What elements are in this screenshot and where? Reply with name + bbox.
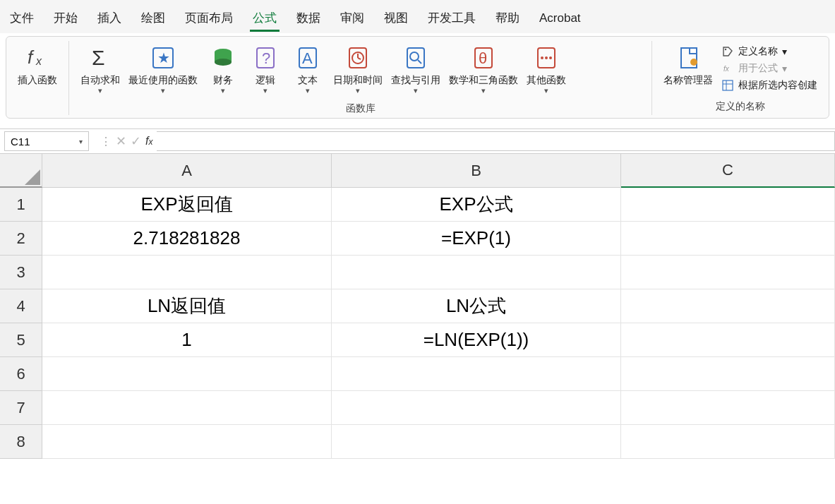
menu-view[interactable]: 视图	[374, 6, 418, 30]
cell-B5[interactable]: =LN(EXP(1))	[332, 323, 621, 357]
lookup-label: 查找与引用	[391, 73, 440, 86]
svg-line-15	[358, 58, 361, 59]
autosum-button[interactable]: Σ 自动求和 ▾	[76, 42, 124, 97]
svg-text:?: ?	[262, 49, 270, 67]
cell-A6[interactable]	[42, 357, 332, 391]
svg-text:x: x	[35, 55, 42, 67]
row-header[interactable]: 6	[0, 357, 42, 391]
cell-A7[interactable]	[42, 391, 332, 425]
cell-A5[interactable]: 1	[42, 323, 332, 357]
svg-text:f: f	[28, 47, 35, 68]
fx-small-icon: fx	[721, 62, 734, 75]
cell-C4[interactable]	[621, 289, 835, 323]
cell-C6[interactable]	[621, 357, 835, 391]
row-header[interactable]: 5	[0, 323, 42, 357]
logical-button[interactable]: ? 逻辑 ▾	[244, 42, 287, 97]
cell-C5[interactable]	[621, 323, 835, 357]
menu-review[interactable]: 审阅	[330, 6, 374, 30]
svg-point-26	[690, 59, 697, 66]
insert-function-label: 插入函数	[18, 73, 57, 86]
insert-function-button[interactable]: fx 插入函数	[13, 42, 61, 88]
ribbon: fx 插入函数 Σ 自动求和 ▾ ★ 最近使用的函数 ▾ 财务	[6, 36, 829, 119]
ribbon-group-label-definednames: 定义的名称	[716, 100, 765, 113]
menu-home[interactable]: 开始	[44, 6, 88, 30]
cell-A4[interactable]: LN返回值	[42, 289, 332, 323]
cell-B6[interactable]	[332, 357, 621, 391]
row-header[interactable]: 4	[0, 289, 42, 323]
select-all-corner[interactable]	[0, 154, 42, 188]
row-header[interactable]: 1	[0, 188, 42, 222]
cell-C3[interactable]	[621, 256, 835, 289]
col-header-B[interactable]: B	[332, 154, 621, 188]
text-button[interactable]: A 文本 ▾	[287, 42, 329, 97]
menu-help[interactable]: 帮助	[486, 6, 529, 30]
cell-C8[interactable]	[621, 425, 835, 459]
cell-B1[interactable]: EXP公式	[332, 188, 621, 222]
menu-file[interactable]: 文件	[0, 6, 44, 30]
cell-B4[interactable]: LN公式	[332, 289, 621, 323]
menu-acrobat[interactable]: Acrobat	[529, 7, 591, 30]
formula-input[interactable]	[157, 131, 835, 151]
svg-text:fx: fx	[723, 65, 730, 73]
cell-C1[interactable]	[621, 188, 835, 222]
cell-B7[interactable]	[332, 391, 621, 425]
svg-rect-25	[690, 48, 697, 54]
ribbon-group-definednames: 名称管理器 定义名称 ▾ fx 用于公式 ▾ 根据所选内容	[652, 41, 829, 115]
menu-pagelayout[interactable]: 页面布局	[175, 6, 243, 30]
col-header-A[interactable]: A	[42, 154, 332, 188]
cell-C2[interactable]	[621, 222, 835, 256]
cell-A1[interactable]: EXP返回值	[42, 188, 332, 222]
chevron-down-icon: ▾	[356, 86, 360, 95]
lookup-button[interactable]: 查找与引用 ▾	[387, 42, 445, 97]
menu-insert[interactable]: 插入	[88, 6, 131, 30]
name-box[interactable]: C11 ▾	[4, 131, 89, 151]
cell-C7[interactable]	[621, 391, 835, 425]
theta-icon: θ	[469, 44, 498, 72]
chevron-down-icon: ▾	[79, 138, 83, 145]
cell-A3[interactable]	[42, 256, 332, 289]
recent-button[interactable]: ★ 最近使用的函数 ▾	[124, 42, 202, 97]
defined-names-list: 定义名称 ▾ fx 用于公式 ▾ 根据所选内容创建	[717, 42, 822, 95]
row-header[interactable]: 3	[0, 256, 42, 289]
row-header[interactable]: 7	[0, 391, 42, 425]
search-icon	[402, 44, 430, 72]
cell-B3[interactable]	[332, 256, 621, 289]
datetime-button[interactable]: 日期和时间 ▾	[329, 42, 387, 97]
col-header-C[interactable]: C	[621, 154, 835, 188]
define-name-button[interactable]: 定义名称 ▾	[721, 45, 817, 58]
financial-icon	[209, 44, 237, 72]
svg-point-17	[410, 52, 419, 61]
mathtrig-label: 数学和三角函数	[449, 73, 518, 86]
cell-B2[interactable]: =EXP(1)	[332, 222, 621, 256]
chevron-down-icon: ▾	[98, 86, 102, 95]
more-label: 其他函数	[527, 73, 566, 86]
clock-icon	[344, 44, 372, 72]
cancel-icon[interactable]: ✕	[116, 133, 126, 149]
text-icon: A	[294, 44, 322, 72]
create-from-selection-button[interactable]: 根据所选内容创建	[721, 79, 817, 92]
mathtrig-button[interactable]: θ 数学和三角函数 ▾	[445, 42, 522, 97]
name-manager-button[interactable]: 名称管理器	[659, 42, 717, 88]
svg-point-22	[541, 56, 543, 59]
fx-icon[interactable]: fx	[145, 135, 152, 148]
svg-point-24	[549, 56, 552, 59]
financial-button[interactable]: 财务 ▾	[202, 42, 244, 97]
row-header[interactable]: 8	[0, 425, 42, 459]
row-header[interactable]: 2	[0, 222, 42, 256]
enter-icon[interactable]: ✓	[131, 133, 141, 149]
cell-A2[interactable]: 2.718281828	[42, 222, 332, 256]
menu-devtools[interactable]: 开发工具	[418, 6, 486, 30]
name-manager-label: 名称管理器	[663, 73, 713, 86]
spreadsheet-grid[interactable]: A B C 1 EXP返回值 EXP公式 2 2.718281828 =EXP(…	[0, 154, 835, 504]
chevron-down-icon: ▾	[782, 63, 787, 74]
financial-label: 财务	[213, 73, 233, 86]
menu-data[interactable]: 数据	[287, 6, 330, 30]
menu-formulas[interactable]: 公式	[243, 6, 287, 30]
cell-B8[interactable]	[332, 425, 621, 459]
more-button[interactable]: 其他函数 ▾	[522, 42, 570, 97]
menu-bar: 文件 开始 插入 绘图 页面布局 公式 数据 审阅 视图 开发工具 帮助 Acr…	[0, 0, 835, 33]
use-in-formula-button: fx 用于公式 ▾	[721, 62, 817, 75]
cell-A8[interactable]	[42, 425, 332, 459]
menu-draw[interactable]: 绘图	[131, 6, 175, 30]
datetime-label: 日期和时间	[333, 73, 383, 86]
